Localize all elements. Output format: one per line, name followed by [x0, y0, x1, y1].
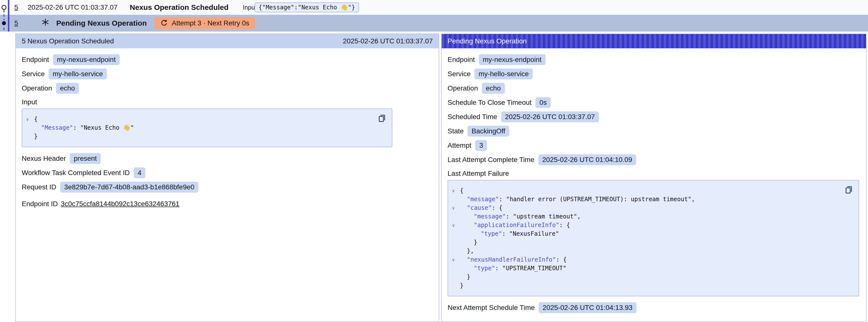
- field-operation-value: echo: [56, 83, 79, 94]
- failure-json[interactable]: ∨{"message": "handler error (UPSTREAM_TI…: [452, 186, 839, 290]
- field-operation: Operationecho: [22, 83, 433, 94]
- field-service-value: my-hello-service: [474, 68, 533, 79]
- field-request-id: Request ID3e829b7e-7d67-4b08-aad3-b1e868…: [22, 182, 433, 193]
- scheduled-panel-title: 5 Nexus Operation Scheduled: [22, 37, 114, 45]
- event-row-pending[interactable]: 5 Pending Nexus Operation Attempt 3 · Ne…: [0, 15, 868, 32]
- failure-section-label: Last Attempt Failure: [447, 170, 860, 178]
- field-schedule-to-close-timeout: Schedule To Close Timeout0s: [447, 97, 860, 108]
- endpoint-id-link[interactable]: 3c0c75ccfa8144b092c13ce632463761: [61, 200, 179, 207]
- event-id-link[interactable]: 5: [14, 3, 18, 11]
- retry-status-badge: Attempt 3 · Next Retry 0s: [154, 17, 255, 29]
- input-code-block: ∨{"Message": "Nexus Echo 👋"}: [22, 108, 392, 147]
- field-wft-completed-event-id: Workflow Task Completed Event ID4: [22, 167, 433, 178]
- retry-icon: [160, 20, 168, 27]
- field-operation: Operationecho: [447, 83, 860, 94]
- field-endpoint: Endpointmy-nexus-endpoint: [447, 54, 860, 65]
- field-state-value: BackingOff: [468, 126, 509, 137]
- field-attempt-value: 3: [475, 140, 487, 151]
- event-timestamp: 2025-02-26 UTC 01:03:37.07: [28, 3, 118, 11]
- field-last-attempt-complete-time-value: 2025-02-26 UTC 01:04:10.09: [538, 154, 636, 165]
- field-nexus-header-value: present: [70, 153, 101, 164]
- field-last-attempt-complete-time: Last Attempt Complete Time2025-02-26 UTC…: [447, 154, 860, 165]
- scheduled-panel-header: 5 Nexus Operation Scheduled 2025-02-26 U…: [16, 34, 439, 48]
- copy-icon[interactable]: [377, 113, 386, 123]
- pending-operation-panel: Pending Nexus Operation Endpointmy-nexus…: [441, 34, 867, 322]
- field-service-value: my-hello-service: [49, 68, 107, 79]
- pending-panel-header: Pending Nexus Operation: [442, 34, 866, 48]
- copy-icon[interactable]: [844, 185, 853, 194]
- scheduled-panel-timestamp: 2025-02-26 UTC 01:03:37.07: [343, 37, 433, 45]
- event-row-scheduled[interactable]: 5 2025-02-26 UTC 01:03:37.07 Nexus Opera…: [0, 0, 868, 15]
- retry-label: Attempt 3 · Next Retry 0s: [172, 19, 249, 27]
- pending-asterisk-icon: [41, 18, 49, 28]
- field-state: StateBackingOff: [447, 126, 860, 137]
- field-operation-value: echo: [482, 83, 505, 94]
- field-schedule-to-close-timeout-value: 0s: [535, 97, 551, 108]
- field-attempt: Attempt3: [447, 140, 860, 151]
- field-endpoint-value: my-nexus-endpoint: [53, 54, 120, 65]
- field-wft-completed-event-id-value: 4: [134, 167, 146, 178]
- pending-title: Pending Nexus Operation: [56, 19, 147, 27]
- field-endpoint: Endpointmy-nexus-endpoint: [22, 54, 433, 65]
- timeline-open-marker-icon: [1, 5, 6, 10]
- field-scheduled-time: Scheduled Time2025-02-26 UTC 01:03:37.07: [447, 111, 860, 122]
- scheduled-event-panel: 5 Nexus Operation Scheduled 2025-02-26 U…: [15, 34, 439, 322]
- pending-event-id-link[interactable]: 5: [14, 19, 18, 27]
- field-endpoint-id: Endpoint ID3c0c75ccfa8144b092c13ce632463…: [22, 198, 433, 209]
- detail-panels: 5 Nexus Operation Scheduled 2025-02-26 U…: [0, 34, 868, 322]
- field-service: Servicemy-hello-service: [447, 68, 860, 79]
- event-input-chip[interactable]: {"Message":"Nexus Echo 👋"}: [255, 2, 359, 12]
- temporal-event-history-view: 5 2025-02-26 UTC 01:03:37.07 Nexus Opera…: [0, 0, 868, 322]
- timeline-current-marker-icon: [1, 20, 7, 26]
- pending-panel-title: Pending Nexus Operation: [447, 37, 527, 45]
- field-next-attempt-schedule-time: Next Attempt Schedule Time2025-02-26 UTC…: [447, 302, 860, 313]
- input-section-label: Input: [22, 98, 433, 106]
- failure-code-block: ∨{"message": "handler error (UPSTREAM_TI…: [447, 180, 859, 296]
- field-service: Servicemy-hello-service: [22, 68, 433, 79]
- field-request-id-value: 3e829b7e-7d67-4b08-aad3-b1e868bfe9e0: [60, 182, 198, 193]
- event-title: Nexus Operation Scheduled: [130, 3, 228, 11]
- input-json[interactable]: ∨{"Message": "Nexus Echo 👋"}: [26, 115, 372, 141]
- field-next-attempt-schedule-time-value: 2025-02-26 UTC 01:04:13.93: [538, 302, 636, 313]
- timeline-active-bar: [8, 0, 9, 32]
- field-scheduled-time-value: 2025-02-26 UTC 01:03:37.07: [501, 111, 599, 122]
- field-endpoint-value: my-nexus-endpoint: [479, 54, 546, 65]
- field-nexus-header: Nexus Headerpresent: [22, 153, 433, 164]
- event-history-rows: 5 2025-02-26 UTC 01:03:37.07 Nexus Opera…: [0, 0, 868, 32]
